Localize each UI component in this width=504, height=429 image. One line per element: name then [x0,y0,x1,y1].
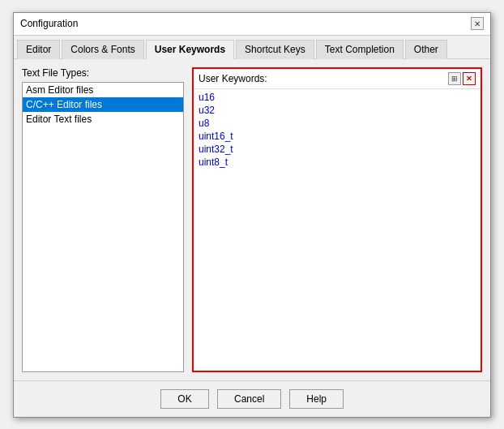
right-panel: User Keywords: ⊞ ✕ u16 u32 u8 uint16_t u… [192,67,482,372]
ok-button[interactable]: OK [160,389,209,409]
tabs-bar: Editor Colors & Fonts User Keywords Shor… [14,36,490,59]
keywords-header-buttons: ⊞ ✕ [448,72,476,85]
keywords-header: User Keywords: ⊞ ✕ [194,69,481,89]
list-item-cpp[interactable]: C/C++ Editor files [23,97,183,112]
cancel-button[interactable]: Cancel [217,389,281,409]
keyword-uint8[interactable]: uint8_t [197,156,477,169]
window-close-button[interactable]: ✕ [471,17,484,30]
tab-text-completion[interactable]: Text Completion [316,40,404,59]
help-button[interactable]: Help [289,389,344,409]
left-panel: Text File Types: Asm Editor files C/C++ … [22,67,184,372]
tab-colors-fonts[interactable]: Colors & Fonts [62,40,143,59]
tab-user-keywords[interactable]: User Keywords [146,40,234,59]
tab-shortcut-keys[interactable]: Shortcut Keys [236,40,314,59]
window-title: Configuration [20,18,78,29]
keywords-close-button[interactable]: ✕ [463,72,476,85]
main-panels: Text File Types: Asm Editor files C/C++ … [22,67,482,372]
keywords-expand-button[interactable]: ⊞ [448,72,461,85]
tab-editor[interactable]: Editor [17,40,60,59]
keywords-panel-label: User Keywords: [199,73,267,84]
content-area: Text File Types: Asm Editor files C/C++ … [14,59,490,380]
list-item-asm[interactable]: Asm Editor files [23,83,183,97]
keyword-u16[interactable]: u16 [197,91,477,104]
keyword-uint32[interactable]: uint32_t [197,143,477,156]
keyword-u32[interactable]: u32 [197,104,477,117]
left-panel-label: Text File Types: [22,67,184,79]
keywords-panel: User Keywords: ⊞ ✕ u16 u32 u8 uint16_t u… [192,67,482,372]
configuration-window: Configuration ✕ Editor Colors & Fonts Us… [13,12,491,418]
left-list-container: Asm Editor files C/C++ Editor files Edit… [22,82,184,372]
file-types-list[interactable]: Asm Editor files C/C++ Editor files Edit… [22,82,184,372]
keyword-uint16[interactable]: uint16_t [197,130,477,143]
keyword-u8[interactable]: u8 [197,117,477,130]
titlebar: Configuration ✕ [14,13,490,36]
bottom-bar: OK Cancel Help [14,380,490,417]
list-item-text[interactable]: Editor Text files [23,112,183,127]
tab-other[interactable]: Other [405,40,447,59]
keywords-list[interactable]: u16 u32 u8 uint16_t uint32_t uint8_t [194,89,481,371]
